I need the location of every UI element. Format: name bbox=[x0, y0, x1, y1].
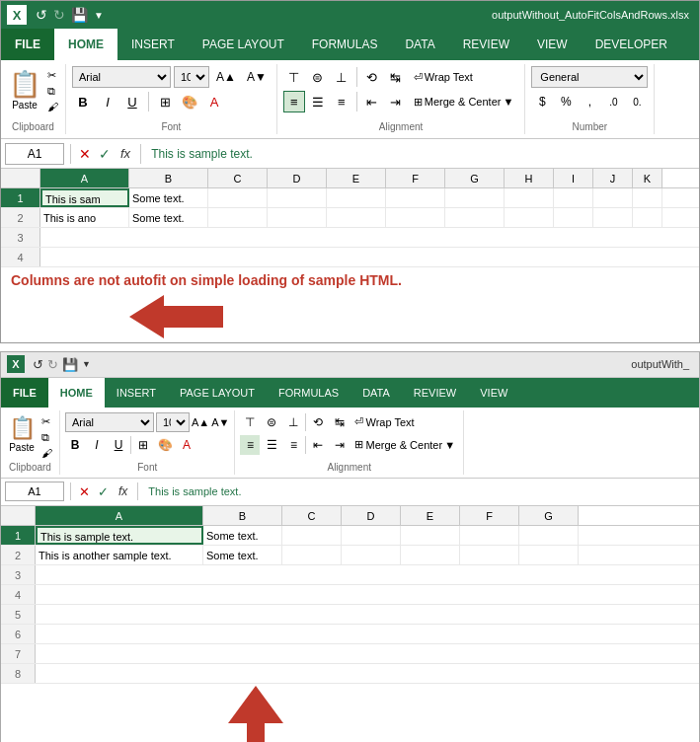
cancel-btn[interactable]: ✕ bbox=[77, 146, 93, 162]
align-center-btn[interactable]: ☰ bbox=[307, 91, 329, 112]
align-bottom-btn[interactable]: ⊥ bbox=[331, 66, 352, 88]
cancel-btn-2[interactable]: ✕ bbox=[77, 484, 92, 499]
cell-s2-b2[interactable]: Some text. bbox=[203, 546, 282, 564]
format-painter-btn[interactable]: 🖌 bbox=[44, 100, 61, 113]
italic-btn[interactable]: I bbox=[97, 91, 118, 112]
tab-page-layout[interactable]: PAGE LAYOUT bbox=[189, 29, 298, 60]
font-name-select[interactable]: Arial bbox=[72, 66, 171, 88]
cell-s2-a2[interactable]: This is another sample text. bbox=[36, 546, 203, 564]
cell-b1[interactable]: Some text. bbox=[129, 188, 208, 207]
inc-indent-2[interactable]: ⇥ bbox=[330, 435, 350, 455]
underline-btn[interactable]: U bbox=[121, 91, 143, 112]
cell-s2-g1[interactable] bbox=[519, 526, 579, 545]
align-right-2[interactable]: ≡ bbox=[283, 435, 303, 455]
rotate-text-btn[interactable]: ⟲ bbox=[361, 66, 383, 88]
fill-color-btn[interactable]: 🎨 bbox=[179, 91, 200, 112]
percent-btn[interactable]: % bbox=[555, 91, 577, 112]
dropdown-arrow[interactable]: ▼ bbox=[94, 10, 104, 21]
tab2-view[interactable]: VIEW bbox=[468, 378, 519, 408]
cell-s2-a1[interactable]: This is sample text. bbox=[36, 526, 203, 545]
decrease-decimal-btn[interactable]: .0 bbox=[602, 91, 624, 112]
font-color-btn[interactable]: A bbox=[203, 91, 225, 112]
file-tab[interactable]: FILE bbox=[1, 29, 54, 60]
cell-d2[interactable] bbox=[268, 208, 327, 227]
dropdown-arrow-2[interactable]: ▼ bbox=[82, 359, 91, 369]
bold-btn-2[interactable]: B bbox=[65, 435, 85, 455]
redo-btn[interactable]: ↻ bbox=[53, 7, 65, 23]
align-left-2[interactable]: ≡ bbox=[240, 435, 260, 455]
rotate-2[interactable]: ⟲ bbox=[308, 412, 328, 432]
file-tab-2[interactable]: FILE bbox=[1, 378, 48, 408]
format-painter-btn-2[interactable]: 🖌 bbox=[39, 446, 55, 460]
font-size-select-2[interactable]: 10 bbox=[156, 412, 190, 432]
wrap-text-btn[interactable]: ⏎ Wrap Text bbox=[409, 66, 478, 88]
cell-g1[interactable] bbox=[445, 188, 505, 207]
align-right-btn[interactable]: ≡ bbox=[331, 91, 352, 112]
tab-data[interactable]: DATA bbox=[391, 29, 448, 60]
merge-btn-2[interactable]: ⊞ Merge & Center ▼ bbox=[351, 435, 458, 455]
cell-g2[interactable] bbox=[445, 208, 505, 227]
cell-s2-c1[interactable] bbox=[282, 526, 342, 545]
cell-f2[interactable] bbox=[386, 208, 445, 227]
cell-c1[interactable] bbox=[208, 188, 268, 207]
cell-j2[interactable] bbox=[593, 208, 633, 227]
merge-center-btn[interactable]: ⊞ Merge & Center ▼ bbox=[409, 91, 519, 112]
align-middle-btn[interactable]: ⊜ bbox=[307, 66, 329, 88]
cell-j1[interactable] bbox=[593, 188, 633, 207]
align-mid-2[interactable]: ⊜ bbox=[262, 412, 281, 432]
cell-a1[interactable]: This is sam bbox=[40, 188, 129, 207]
cut-btn[interactable]: ✂ bbox=[44, 68, 61, 83]
name-box-2[interactable] bbox=[5, 482, 64, 501]
cell-k1[interactable] bbox=[633, 188, 662, 207]
number-format-select[interactable]: General bbox=[531, 66, 648, 88]
cell-e2[interactable] bbox=[327, 208, 386, 227]
cell-h2[interactable] bbox=[505, 208, 554, 227]
save-btn-2[interactable]: 💾 bbox=[62, 357, 78, 372]
font-name-select-2[interactable]: Arial bbox=[65, 412, 154, 432]
bold-btn[interactable]: B bbox=[72, 91, 94, 112]
cell-s2-d1[interactable] bbox=[342, 526, 401, 545]
cell-e1[interactable] bbox=[327, 188, 386, 207]
confirm-btn[interactable]: ✓ bbox=[97, 146, 113, 162]
align-left-btn[interactable]: ≡ bbox=[283, 91, 305, 112]
decrease-indent-btn[interactable]: ⇤ bbox=[361, 91, 383, 112]
paste-btn-2[interactable]: 📋 Paste bbox=[5, 412, 39, 455]
fill-color-btn-2[interactable]: 🎨 bbox=[155, 435, 175, 455]
cell-a2[interactable]: This is ano bbox=[40, 208, 129, 227]
currency-btn[interactable]: $ bbox=[531, 91, 553, 112]
cell-f1[interactable] bbox=[386, 188, 445, 207]
align-center-2[interactable]: ☰ bbox=[262, 435, 281, 455]
tab2-formulas[interactable]: FORMULAS bbox=[267, 378, 350, 408]
align-top-2[interactable]: ⊤ bbox=[240, 412, 260, 432]
tab-developer[interactable]: DEVELOPER bbox=[582, 29, 681, 60]
confirm-btn-2[interactable]: ✓ bbox=[96, 484, 111, 499]
font-color-btn-2[interactable]: A bbox=[177, 435, 196, 455]
border-btn-2[interactable]: ⊞ bbox=[133, 435, 153, 455]
tab2-page-layout[interactable]: PAGE LAYOUT bbox=[168, 378, 267, 408]
tab2-home[interactable]: HOME bbox=[48, 378, 105, 408]
cell-b2[interactable]: Some text. bbox=[129, 208, 208, 227]
tab2-review[interactable]: REVIEW bbox=[402, 378, 468, 408]
increase-font-btn[interactable]: A▲ bbox=[212, 68, 240, 86]
align-top-btn[interactable]: ⊤ bbox=[283, 66, 305, 88]
font-size-select[interactable]: 10 bbox=[174, 66, 209, 88]
increase-decimal-btn[interactable]: 0. bbox=[626, 91, 648, 112]
cell-k2[interactable] bbox=[633, 208, 662, 227]
decrease-font-btn[interactable]: A▼ bbox=[243, 68, 271, 86]
tab-home[interactable]: HOME bbox=[54, 29, 117, 60]
tab2-insert[interactable]: INSERT bbox=[105, 378, 168, 408]
cell-s2-e1[interactable] bbox=[401, 526, 460, 545]
paste-btn[interactable]: 📋 Paste bbox=[5, 66, 44, 112]
tab-view[interactable]: VIEW bbox=[523, 29, 582, 60]
indent-btn[interactable]: ↹ bbox=[385, 66, 407, 88]
cell-i2[interactable] bbox=[554, 208, 593, 227]
indent-2[interactable]: ↹ bbox=[330, 412, 350, 432]
copy-btn-2[interactable]: ⧉ bbox=[39, 430, 55, 445]
increase-indent-btn[interactable]: ⇥ bbox=[385, 91, 407, 112]
tab-formulas[interactable]: FORMULAS bbox=[298, 29, 392, 60]
undo-btn-2[interactable]: ↺ bbox=[33, 357, 43, 372]
undo-btn[interactable]: ↺ bbox=[36, 7, 47, 23]
save-btn[interactable]: 💾 bbox=[71, 7, 88, 23]
cut-btn-2[interactable]: ✂ bbox=[39, 414, 55, 429]
cell-d1[interactable] bbox=[268, 188, 327, 207]
